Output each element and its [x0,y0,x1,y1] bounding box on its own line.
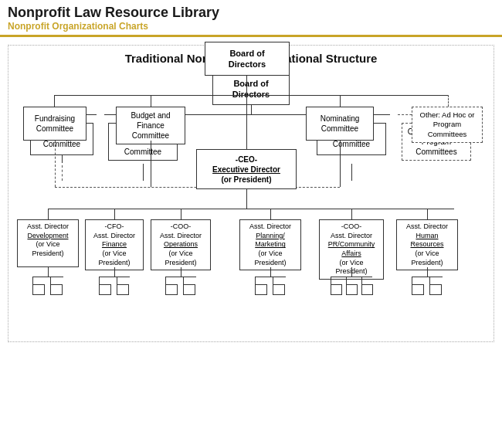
dir3-box: -COO-Asst. DirectorOperations(or VicePre… [151,219,211,270]
nominating-box-abs: NominatingCommittee [306,107,374,141]
main-container: Traditional Nonprofit Organizational Str… [0,37,502,347]
fundraising-box-abs: FundraisingCommittee [23,107,86,141]
dir4-box: Asst. DirectorPlanning/Marketing(or Vice… [239,219,301,270]
board-box-abs: Board ofDirectors [205,42,290,76]
dir1-box: Asst. DirectorDevelopment(or VicePreside… [17,219,79,267]
dir2-box: -CFO-Asst. DirectorFinance(or VicePresid… [85,219,144,270]
app-title: Nonprofit Law Resource Library [8,5,494,21]
header: Nonprofit Law Resource Library Nonprofit… [0,0,502,37]
ceo-box-abs: -CEO-Executive Director(or President) [196,149,297,189]
dir6-box: Asst. DirectorHumanResources(or VicePres… [396,219,458,270]
chart-border: Traditional Nonprofit Organizational Str… [8,45,494,342]
budget-box-abs: Budget andFinanceCommittee [116,107,185,144]
app-subtitle: Nonprofit Organizational Charts [8,21,494,32]
adhoc-box-abs: Other: Ad Hoc orProgramCommittees [412,107,483,143]
